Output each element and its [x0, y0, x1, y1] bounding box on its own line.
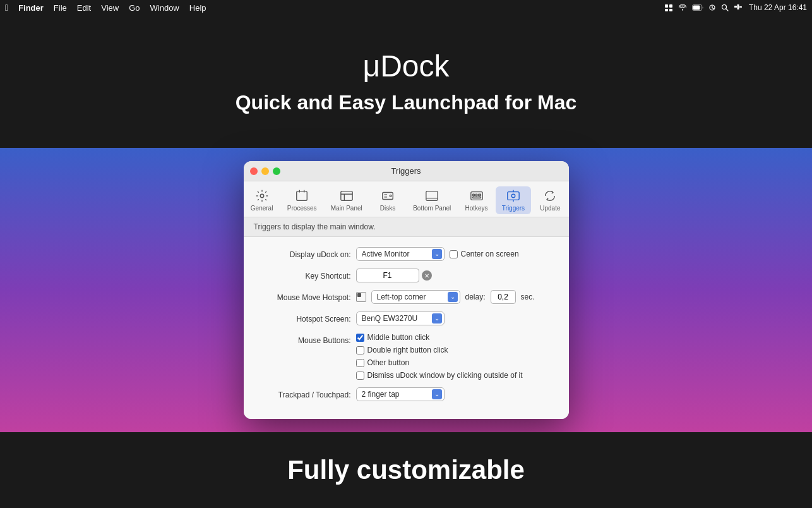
menubar-right: Thu 22 Apr 16:41 — [664, 3, 807, 12]
tab-triggers[interactable]: Triggers — [496, 186, 531, 214]
svg-rect-26 — [426, 191, 438, 201]
apple-menu[interactable]:  — [5, 3, 8, 13]
middle-button-label[interactable]: Middle button click — [356, 333, 523, 342]
minimize-button[interactable] — [261, 167, 269, 175]
tab-update-label: Update — [540, 205, 560, 212]
tab-triggers-label: Triggers — [502, 205, 525, 212]
display-on-select[interactable]: Active Monitor Primary Monitor Secondary… — [356, 247, 445, 261]
triggers-window: Triggers General Processes — [244, 161, 569, 419]
key-clear-button[interactable]: ✕ — [422, 270, 432, 281]
menubar-icons — [664, 3, 743, 12]
menubar-edit[interactable]: Edit — [77, 3, 91, 13]
middle-section: Triggers General Processes — [0, 148, 812, 432]
double-right-text: Double right button click — [367, 346, 448, 354]
hotspot-screen-label: Hotspot Screen: — [296, 315, 350, 324]
tab-processes[interactable]: Processes — [281, 186, 323, 214]
trackpad-select-wrapper: 2 finger tap 3 finger tap Disabled — [356, 387, 445, 401]
window-buttons — [250, 167, 280, 175]
svg-rect-1 — [669, 4, 672, 8]
close-button[interactable] — [250, 167, 258, 175]
hotspot-screen-controls: BenQ EW3270U — [356, 311, 556, 325]
other-button-checkbox[interactable] — [356, 359, 364, 367]
svg-rect-2 — [665, 9, 668, 11]
center-on-screen-checkbox[interactable] — [450, 250, 458, 258]
hotspot-screen-row: Hotspot Screen: BenQ EW3270U — [256, 311, 556, 325]
mouse-move-select-wrapper: Left-top corner Right-top corner Left-bo… — [371, 290, 460, 304]
center-on-screen-checkbox-label[interactable]: Center on screen — [450, 250, 519, 258]
mouse-buttons-checkboxes: Middle button click Double right button … — [356, 333, 523, 380]
svg-rect-13 — [737, 4, 739, 9]
menubar-finder[interactable]: Finder — [18, 3, 44, 13]
tab-disks[interactable]: Disks — [370, 186, 405, 214]
hero-section: μDock Quick and Easy Launchpad for Mac — [0, 15, 812, 148]
svg-rect-12 — [734, 6, 737, 8]
hotspot-screen-select-wrapper: BenQ EW3270U — [356, 311, 445, 325]
menubar-datetime: Thu 22 Apr 16:41 — [749, 3, 807, 12]
tab-main-panel[interactable]: Main Panel — [325, 186, 369, 214]
display-on-label: Display uDock on: — [290, 250, 351, 259]
tab-update[interactable]: Update — [532, 186, 568, 214]
mouse-move-row: Mouse Move Hotspot: Left-top corner Righ… — [256, 290, 556, 304]
svg-line-9 — [712, 8, 714, 9]
window-title: Triggers — [391, 166, 421, 176]
key-shortcut-row: Key Shortcut: ✕ — [256, 269, 556, 282]
key-shortcut-label: Key Shortcut: — [305, 272, 350, 281]
trackpad-row: Trackpad / Touchpad: 2 finger tap 3 fing… — [256, 387, 556, 401]
maximize-button[interactable] — [273, 167, 280, 175]
tab-disks-label: Disks — [380, 205, 395, 212]
tab-hotkeys[interactable]: Hotkeys — [458, 186, 494, 214]
app-title: μDock — [362, 49, 449, 83]
mouse-move-controls: Left-top corner Right-top corner Left-bo… — [356, 290, 556, 304]
mouse-move-label: Mouse Move Hotspot: — [277, 293, 351, 302]
svg-point-15 — [260, 194, 264, 198]
svg-rect-6 — [693, 6, 700, 10]
tab-bottom-panel-label: Bottom Panel — [413, 205, 451, 212]
svg-rect-14 — [739, 6, 742, 8]
other-button-label[interactable]: Other button — [356, 358, 523, 367]
menubar-file[interactable]: File — [54, 3, 67, 13]
menubar-window[interactable]: Window — [150, 3, 179, 13]
tab-processes-label: Processes — [287, 205, 317, 212]
content-header: Triggers to display the main window. — [244, 217, 569, 237]
double-right-label[interactable]: Double right button click — [356, 346, 523, 354]
dismiss-checkbox[interactable] — [356, 372, 364, 380]
window-content: Triggers to display the main window. Dis… — [244, 217, 569, 419]
bottom-section: Fully customizable — [0, 432, 812, 508]
center-on-screen-label: Center on screen — [461, 250, 519, 258]
svg-rect-30 — [475, 194, 477, 196]
svg-rect-29 — [472, 194, 474, 196]
mouse-move-select[interactable]: Left-top corner Right-top corner Left-bo… — [371, 290, 460, 304]
middle-button-checkbox[interactable] — [356, 334, 364, 342]
svg-rect-33 — [508, 192, 519, 200]
double-right-checkbox[interactable] — [356, 346, 364, 354]
display-on-select-wrapper: Active Monitor Primary Monitor Secondary… — [356, 247, 445, 261]
svg-rect-31 — [478, 194, 481, 196]
menubar-view[interactable]: View — [101, 3, 119, 13]
menubar-go[interactable]: Go — [129, 3, 140, 13]
svg-rect-3 — [669, 9, 672, 11]
window-toolbar: General Processes Main Panel — [244, 181, 569, 217]
mouse-buttons-row: Mouse Buttons: Middle button click Doubl… — [256, 333, 556, 380]
tab-general[interactable]: General — [244, 186, 280, 214]
trackpad-select[interactable]: 2 finger tap 3 finger tap Disabled — [356, 387, 445, 401]
dismiss-label[interactable]: Dismiss uDock window by clicking outside… — [356, 371, 523, 380]
svg-point-23 — [390, 195, 391, 197]
dismiss-text: Dismiss uDock window by clicking outside… — [367, 371, 523, 380]
delay-unit: sec. — [521, 293, 535, 301]
menubar-help[interactable]: Help — [189, 3, 206, 13]
tab-main-panel-label: Main Panel — [331, 205, 362, 212]
hotspot-icon — [356, 292, 366, 302]
svg-line-11 — [725, 9, 728, 11]
key-shortcut-field: ✕ — [356, 269, 432, 282]
bottom-title: Fully customizable — [287, 455, 525, 485]
other-button-text: Other button — [367, 358, 410, 367]
hotspot-screen-select[interactable]: BenQ EW3270U — [356, 311, 445, 325]
tab-bottom-panel[interactable]: Bottom Panel — [407, 186, 457, 214]
svg-rect-16 — [297, 191, 307, 201]
delay-input[interactable] — [491, 290, 516, 304]
key-shortcut-input[interactable] — [356, 269, 419, 282]
trackpad-label: Trackpad / Touchpad: — [278, 390, 351, 399]
window-titlebar: Triggers — [244, 161, 569, 181]
form-area: Display uDock on: Active Monitor Primary… — [244, 237, 569, 419]
display-on-row: Display uDock on: Active Monitor Primary… — [256, 247, 556, 261]
